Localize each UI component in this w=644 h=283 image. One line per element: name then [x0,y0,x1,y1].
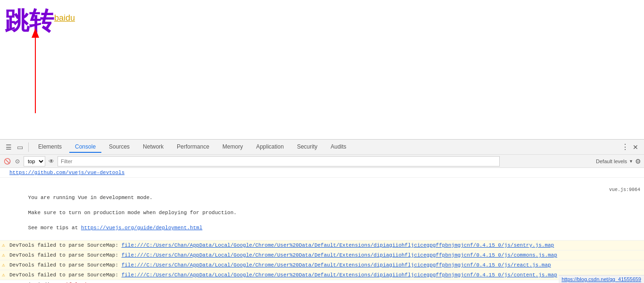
vue-ref-label: vue.js:9064 [609,186,640,194]
tab-console[interactable]: Console [69,142,101,153]
preserve-log-button[interactable]: ⊙ [13,157,22,166]
sentry-map-link[interactable]: file:///C:/Users/Chan/AppData/Local/Goog… [122,242,554,248]
console-settings-button[interactable]: ⚙ [635,158,641,165]
content-map-link[interactable]: file:///C:/Users/Chan/AppData/Local/Goog… [122,272,557,278]
warning-react: DevTools failed to parse SourceMap: file… [0,260,644,270]
tab-security[interactable]: Security [291,142,323,153]
baidu-link[interactable]: baidu [54,13,75,23]
console-content: https://github.com/vuejs/vue-devtools vu… [0,168,644,283]
tab-application[interactable]: Application [250,142,289,153]
device-icon[interactable]: ▭ [15,142,25,152]
toolbar-separator [28,142,29,152]
tab-network[interactable]: Network [137,142,169,153]
filter-input[interactable] [58,156,500,166]
tab-sources[interactable]: Sources [103,142,135,153]
eye-icon[interactable]: 👁 [47,157,56,166]
tab-memory[interactable]: Memory [217,142,248,153]
console-toolbar: 🚫 ⊙ top 👁 Default levels ▼ ⚙ [0,155,644,168]
tab-audits[interactable]: Audits [325,142,352,153]
level-chevron: ▼ [629,159,633,164]
warning-commons: DevTools failed to parse SourceMap: file… [0,250,644,260]
level-label: Default levels [596,158,627,164]
main-page: 跳转 baidu [0,0,644,142]
status-link[interactable]: https://blog.csdn.net/qq_41555659 [561,276,641,282]
status-bar[interactable]: https://blog.csdn.net/qq_41555659 [559,275,644,283]
inspect-icon[interactable]: ☰ [4,142,13,152]
tab-performance[interactable]: Performance [171,142,215,153]
warning-content: DevTools failed to parse SourceMap: file… [0,270,644,280]
redirect-arrow [28,26,42,120]
devtools-toolbar: ☰ ▭ Elements Console Sources Network Per… [0,140,644,155]
svg-marker-1 [32,28,39,38]
react-map-link[interactable]: file:///C:/Users/Chan/AppData/Local/Goog… [122,262,551,268]
commons-map-link[interactable]: file:///C:/Users/Chan/AppData/Local/Goog… [122,252,557,258]
isbinding-false-string-cmd: > app.isBinding = 'false' [0,280,644,283]
close-devtools-button[interactable]: ✕ [631,142,640,152]
vue-dev-warning: vue.js:9064 You are running Vue in devel… [0,178,644,241]
warning-sentry: DevTools failed to parse SourceMap: file… [0,241,644,250]
more-tools-button[interactable]: ⋮ [621,142,629,151]
context-select[interactable]: top [24,156,45,166]
devtools-panel: ☰ ▭ Elements Console Sources Network Per… [0,139,644,283]
vue-devtools-link[interactable]: https://github.com/vuejs/vue-devtools [0,168,644,178]
vuejs-deployment-link[interactable]: https://vuejs.org/guide/deployment.html [81,225,202,231]
tab-elements[interactable]: Elements [33,142,67,153]
clear-console-button[interactable]: 🚫 [3,157,11,166]
